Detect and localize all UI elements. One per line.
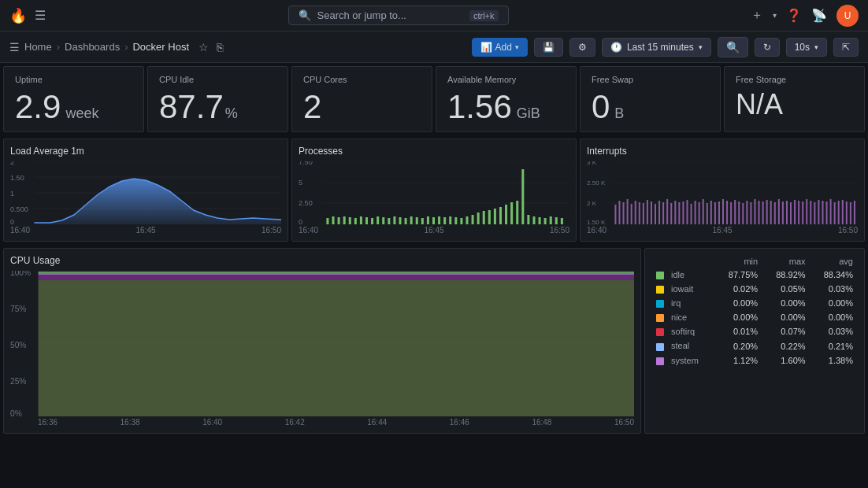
chart-load-average-title: Load Average 1m xyxy=(10,146,281,157)
svg-rect-108 xyxy=(766,200,768,224)
legend-row[interactable]: softirq 0.01% 0.07% 0.03% xyxy=(651,324,858,338)
svg-rect-51 xyxy=(505,205,507,224)
legend-avg-cell: 0.00% xyxy=(811,296,858,310)
svg-rect-45 xyxy=(472,215,474,224)
refresh-button[interactable]: ↻ xyxy=(755,38,780,57)
stat-swap-unit: B xyxy=(614,105,624,122)
grafana-logo[interactable]: 🔥 xyxy=(9,7,27,24)
breadcrumb-dashboards[interactable]: Dashboards xyxy=(65,41,120,53)
legend-row[interactable]: iowait 0.02% 0.05% 0.03% xyxy=(651,282,858,296)
legend-col-name xyxy=(651,255,715,268)
dropdown-icon: ▾ xyxy=(515,43,519,51)
svg-rect-97 xyxy=(722,199,724,224)
chart-processes-area: 7.50 5 2.50 0 xyxy=(299,161,569,224)
svg-rect-128 xyxy=(846,201,848,224)
search-bar[interactable]: 🔍 Search or jump to... ctrl+k xyxy=(288,6,509,25)
svg-text:2 K: 2 K xyxy=(587,200,597,207)
svg-rect-58 xyxy=(544,218,547,224)
svg-rect-130 xyxy=(854,201,855,224)
chart-load-x-labels: 16:40 16:45 16:50 xyxy=(10,226,281,235)
stat-storage: Free Storage N/A xyxy=(724,66,865,132)
zoom-out-button[interactable]: 🔍 xyxy=(718,37,748,57)
save-icon: 💾 xyxy=(543,42,555,53)
settings-button[interactable]: ⚙ xyxy=(569,38,595,57)
legend-min-cell: 0.00% xyxy=(715,296,762,310)
add-panel-icon: 📊 xyxy=(480,42,492,53)
svg-text:25%: 25% xyxy=(10,377,26,386)
legend-color-dot xyxy=(656,328,664,336)
svg-rect-31 xyxy=(393,216,395,224)
chevron-down-icon[interactable]: ▾ xyxy=(773,11,777,20)
plus-icon[interactable]: ＋ xyxy=(751,7,763,24)
legend-col-min: min xyxy=(715,255,762,268)
save-button[interactable]: 💾 xyxy=(534,38,563,57)
legend-col-avg: avg xyxy=(811,255,858,268)
svg-rect-83 xyxy=(666,199,668,224)
svg-rect-78 xyxy=(647,200,648,224)
svg-rect-96 xyxy=(718,201,720,224)
svg-rect-93 xyxy=(707,203,708,224)
svg-rect-72 xyxy=(623,202,625,224)
svg-marker-141 xyxy=(39,280,634,416)
svg-text:0%: 0% xyxy=(10,409,22,416)
svg-rect-57 xyxy=(539,217,541,224)
legend-color-dot xyxy=(656,300,664,308)
collapse-all-button[interactable]: ⇱ xyxy=(833,38,859,57)
add-button[interactable]: 📊 Add ▾ xyxy=(472,38,528,57)
stat-cpu-cores-label: CPU Cores xyxy=(303,75,421,84)
svg-rect-107 xyxy=(762,201,764,224)
legend-min-cell: 87.75% xyxy=(715,268,762,282)
svg-rect-115 xyxy=(794,200,796,224)
search-shortcut: ctrl+k xyxy=(469,10,499,21)
svg-rect-25 xyxy=(360,216,362,224)
topbar: 🔥 ☰ 🔍 Search or jump to... ctrl+k ＋ ▾ ❓ … xyxy=(0,0,868,31)
svg-rect-23 xyxy=(349,217,351,224)
refresh-interval[interactable]: 10s ▾ xyxy=(786,38,827,57)
svg-rect-32 xyxy=(399,217,401,224)
svg-text:50%: 50% xyxy=(10,341,26,349)
svg-text:0: 0 xyxy=(299,218,302,224)
nav-toggle-icon[interactable]: ☰ xyxy=(9,41,20,54)
legend-min-cell: 0.00% xyxy=(715,310,762,324)
svg-rect-56 xyxy=(532,216,535,224)
breadcrumb-home[interactable]: Home xyxy=(24,41,52,53)
stat-swap-label: Free Swap xyxy=(592,75,709,84)
svg-rect-117 xyxy=(802,201,803,224)
stats-row: Uptime 2.9 week CPU Idle 87.7 % CPU Core… xyxy=(0,63,868,135)
svg-rect-100 xyxy=(734,200,736,224)
svg-rect-112 xyxy=(782,201,784,224)
cpu-x-labels: 16:36 16:38 16:40 16:42 16:44 16:46 16:4… xyxy=(10,418,634,427)
stat-cpu-idle-unit: % xyxy=(225,105,238,122)
legend-row[interactable]: steal 0.20% 0.22% 0.21% xyxy=(651,338,858,353)
legend-row[interactable]: irq 0.00% 0.00% 0.00% xyxy=(651,296,858,310)
rss-icon[interactable]: 📡 xyxy=(811,8,827,23)
legend-row[interactable]: idle 87.75% 88.92% 88.34% xyxy=(651,268,858,282)
svg-rect-122 xyxy=(822,201,823,224)
svg-rect-103 xyxy=(746,201,747,224)
time-range-picker[interactable]: 🕐 Last 15 minutes ▾ xyxy=(602,38,711,57)
star-icon[interactable]: ☆ xyxy=(198,41,209,54)
svg-rect-123 xyxy=(826,201,828,224)
cpu-usage-title: CPU Usage xyxy=(10,255,634,266)
legend-name-cell: softirq xyxy=(651,324,715,338)
svg-text:1.50 K: 1.50 K xyxy=(587,219,606,224)
svg-text:7.50: 7.50 xyxy=(299,161,313,166)
hamburger-icon[interactable]: ☰ xyxy=(35,8,46,23)
avatar[interactable]: U xyxy=(836,5,859,27)
svg-rect-54 xyxy=(521,169,524,224)
breadcrumb-sep2: › xyxy=(124,41,128,53)
legend-max-cell: 0.00% xyxy=(762,310,810,324)
legend-row[interactable]: nice 0.00% 0.00% 0.00% xyxy=(651,310,858,324)
chart-processes-x-labels: 16:40 16:45 16:50 xyxy=(299,226,569,235)
stat-memory-unit: GiB xyxy=(517,105,540,122)
share-icon[interactable]: ⎘ xyxy=(217,41,223,54)
legend-color-dot xyxy=(656,314,664,322)
svg-rect-81 xyxy=(658,201,660,224)
legend-min-cell: 0.20% xyxy=(715,338,762,353)
svg-rect-91 xyxy=(699,202,700,224)
svg-rect-99 xyxy=(730,202,732,224)
svg-rect-44 xyxy=(466,216,468,224)
question-icon[interactable]: ❓ xyxy=(786,8,802,23)
svg-marker-142 xyxy=(39,275,634,280)
legend-row[interactable]: system 1.12% 1.60% 1.38% xyxy=(651,353,858,368)
